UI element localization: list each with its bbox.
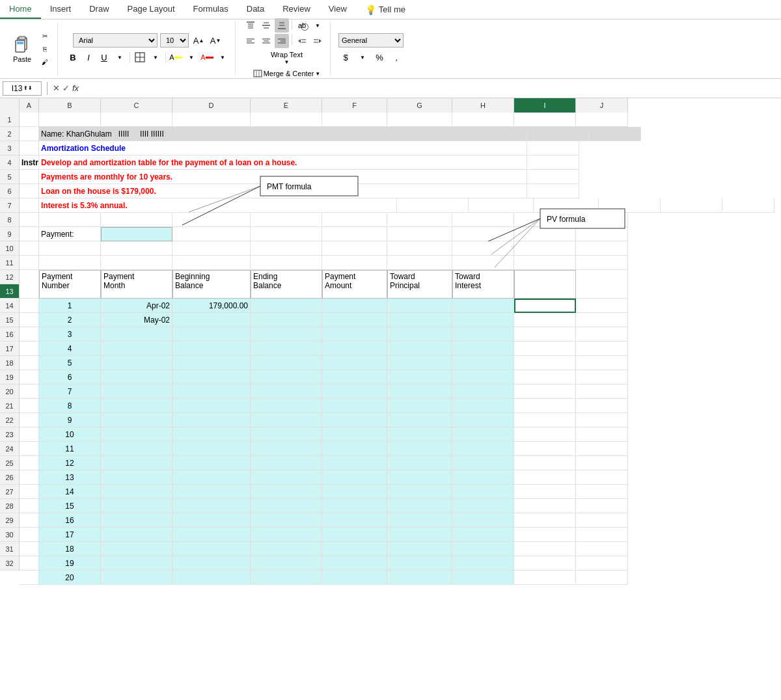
cell-h9[interactable] (452, 227, 514, 241)
cell-g8[interactable] (387, 213, 452, 227)
row-header-26[interactable]: 26 (0, 470, 20, 485)
cell-g9[interactable] (387, 227, 452, 241)
cell-e1[interactable] (251, 113, 322, 127)
cell-a22[interactable] (20, 427, 39, 442)
col-header-i[interactable]: I (514, 98, 576, 113)
cell-j26[interactable] (576, 485, 628, 499)
cell-a24[interactable] (20, 456, 39, 470)
cell-j12[interactable] (576, 270, 628, 299)
cell-c29[interactable] (101, 528, 172, 542)
cell-f28[interactable] (322, 513, 387, 528)
cell-c19[interactable] (101, 384, 172, 399)
cell-i23[interactable] (514, 442, 576, 456)
paste-button[interactable]: Paste (9, 32, 35, 66)
cell-c26[interactable] (101, 485, 172, 499)
cell-e12[interactable]: EndingBalance (251, 270, 322, 299)
cell-d9[interactable] (172, 227, 251, 241)
tab-page-layout[interactable]: Page Layout (118, 0, 184, 19)
cell-h20[interactable] (452, 399, 514, 413)
row-header-3[interactable]: 3 (0, 141, 20, 155)
cell-c11[interactable] (101, 256, 172, 270)
orientation-dropdown[interactable]: ▼ (310, 18, 325, 33)
cell-i15[interactable] (514, 327, 576, 342)
cell-d12[interactable]: BeginningBalance (172, 270, 251, 299)
cell-h26[interactable] (452, 485, 514, 499)
cell-d14[interactable] (172, 313, 251, 327)
cell-d18[interactable] (172, 370, 251, 384)
cell-b5[interactable]: Payments are monthly for 10 years. (39, 170, 527, 184)
cell-a28[interactable] (20, 513, 39, 528)
cell-i31[interactable] (514, 556, 576, 571)
cell-f12[interactable]: PaymentAmount (322, 270, 387, 299)
cell-a16[interactable] (20, 342, 39, 356)
merge-center-button[interactable]: Merge & Center ▼ (249, 68, 325, 79)
cell-g7[interactable] (534, 198, 599, 213)
cell-a19[interactable] (20, 384, 39, 399)
cell-f15[interactable] (322, 327, 387, 342)
cell-a3[interactable] (20, 141, 39, 155)
font-color-button[interactable]: A (200, 50, 214, 64)
cell-j21[interactable] (576, 413, 628, 427)
tab-draw[interactable]: Draw (80, 0, 118, 19)
cell-j18[interactable] (576, 370, 628, 384)
cell-a18[interactable] (20, 370, 39, 384)
cell-a9[interactable] (20, 227, 39, 241)
cell-c24[interactable] (101, 456, 172, 470)
cell-b23[interactable]: 11 (39, 442, 101, 456)
cell-g24[interactable] (387, 456, 452, 470)
cell-j28[interactable] (576, 513, 628, 528)
row-header-7[interactable]: 7 (0, 198, 20, 213)
cell-i26[interactable] (514, 485, 576, 499)
cell-b11[interactable] (39, 256, 101, 270)
cell-b8[interactable] (39, 213, 101, 227)
align-middle-button[interactable] (259, 18, 273, 33)
cell-b17[interactable]: 5 (39, 356, 101, 370)
cell-i21[interactable] (514, 413, 576, 427)
cell-i1[interactable] (514, 113, 576, 127)
row-header-18[interactable]: 18 (0, 356, 20, 370)
cell-d24[interactable] (172, 456, 251, 470)
cell-d10[interactable] (172, 241, 251, 256)
cell-e28[interactable] (251, 513, 322, 528)
cell-g14[interactable] (387, 313, 452, 327)
cell-d21[interactable] (172, 413, 251, 427)
cell-f31[interactable] (322, 556, 387, 571)
cell-a30[interactable] (20, 542, 39, 556)
row-header-8[interactable]: 8 (0, 213, 20, 227)
format-painter-button[interactable]: 🖌 (38, 56, 52, 68)
cell-e24[interactable] (251, 456, 322, 470)
cell-i8[interactable] (514, 213, 576, 227)
cell-f25[interactable] (322, 470, 387, 485)
cell-d30[interactable] (172, 542, 251, 556)
cell-e25[interactable] (251, 470, 322, 485)
cell-e31[interactable] (251, 556, 322, 571)
cell-e13[interactable] (251, 299, 322, 313)
cell-b18[interactable]: 6 (39, 370, 101, 384)
row-header-13[interactable]: 13 (0, 284, 20, 299)
cell-g29[interactable] (387, 528, 452, 542)
cell-a29[interactable] (20, 528, 39, 542)
cell-j17[interactable] (576, 356, 628, 370)
cell-i25[interactable] (514, 470, 576, 485)
cell-c23[interactable] (101, 442, 172, 456)
fill-color-dropdown[interactable]: ▼ (184, 50, 199, 64)
cell-f7[interactable] (469, 198, 534, 213)
row-header-12[interactable]: 12 (0, 270, 20, 284)
cell-b31[interactable]: 19 (39, 556, 101, 571)
cell-j6[interactable] (527, 184, 579, 198)
col-header-g[interactable]: G (387, 98, 452, 113)
cell-g1[interactable] (387, 113, 452, 127)
col-header-c[interactable]: C (101, 98, 172, 113)
cell-e27[interactable] (251, 499, 322, 513)
cell-g11[interactable] (387, 256, 452, 270)
cell-c17[interactable] (101, 356, 172, 370)
row-header-5[interactable]: 5 (0, 170, 20, 184)
cell-b26[interactable]: 14 (39, 485, 101, 499)
row-header-10[interactable]: 10 (0, 241, 20, 256)
cell-e11[interactable] (251, 256, 322, 270)
cell-i32[interactable] (514, 571, 576, 585)
cell-a12[interactable] (20, 270, 39, 299)
cell-b30[interactable]: 18 (39, 542, 101, 556)
cell-c25[interactable] (101, 470, 172, 485)
cell-d27[interactable] (172, 499, 251, 513)
